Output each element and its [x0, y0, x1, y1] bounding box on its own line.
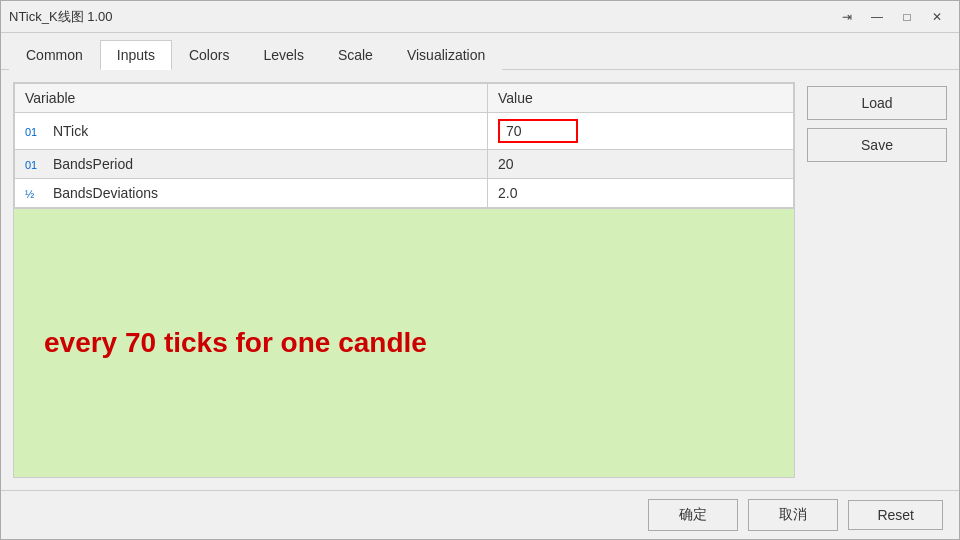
value-cell-ntick[interactable]: 70 [487, 113, 793, 150]
preview-text: every 70 ticks for one candle [44, 327, 427, 359]
row-index: 01 [25, 126, 49, 138]
content-area: Variable Value 01 NTick 70 [1, 70, 959, 490]
main-window: NTick_K线图 1.00 ⇥ — □ ✕ Common Inputs Col… [0, 0, 960, 540]
close-button[interactable]: ✕ [923, 6, 951, 28]
tab-colors[interactable]: Colors [172, 40, 246, 70]
tab-inputs[interactable]: Inputs [100, 40, 172, 70]
value-bandsperiod: 20 [498, 156, 514, 172]
main-panel: Variable Value 01 NTick 70 [13, 82, 795, 478]
tab-visualization[interactable]: Visualization [390, 40, 502, 70]
confirm-button[interactable]: 确定 [648, 499, 738, 531]
value-bandsdeviations: 2.0 [498, 185, 517, 201]
bottom-bar: 确定 取消 Reset [1, 490, 959, 539]
title-bar: NTick_K线图 1.00 ⇥ — □ ✕ [1, 1, 959, 33]
save-button[interactable]: Save [807, 128, 947, 162]
variable-name: BandsPeriod [53, 156, 133, 172]
minimize-button[interactable]: — [863, 6, 891, 28]
table-row: ½ BandsDeviations 2.0 [15, 179, 794, 208]
load-button[interactable]: Load [807, 86, 947, 120]
value-cell-bandsdeviations[interactable]: 2.0 [487, 179, 793, 208]
row-index: 01 [25, 159, 49, 171]
variable-name: BandsDeviations [53, 185, 158, 201]
title-bar-buttons: ⇥ — □ ✕ [833, 6, 951, 28]
window-title: NTick_K线图 1.00 [9, 8, 113, 26]
column-header-value: Value [487, 84, 793, 113]
tab-scale[interactable]: Scale [321, 40, 390, 70]
inputs-table-wrapper: Variable Value 01 NTick 70 [14, 83, 794, 208]
cancel-button[interactable]: 取消 [748, 499, 838, 531]
title-bar-left: NTick_K线图 1.00 [9, 8, 113, 26]
tab-bar: Common Inputs Colors Levels Scale Visual… [1, 33, 959, 70]
value-input-ntick[interactable]: 70 [498, 119, 578, 143]
variable-cell: 01 NTick [15, 113, 488, 150]
value-cell-bandsperiod[interactable]: 20 [487, 150, 793, 179]
table-row: 01 NTick 70 [15, 113, 794, 150]
row-index-frac: ½ [25, 188, 49, 200]
preview-area: every 70 ticks for one candle [14, 208, 794, 477]
reset-button[interactable]: Reset [848, 500, 943, 530]
maximize-button[interactable]: □ [893, 6, 921, 28]
side-panel: Load Save [807, 82, 947, 478]
transfer-button[interactable]: ⇥ [833, 6, 861, 28]
inputs-table: Variable Value 01 NTick 70 [14, 83, 794, 208]
tab-levels[interactable]: Levels [246, 40, 320, 70]
variable-cell: 01 BandsPeriod [15, 150, 488, 179]
variable-cell: ½ BandsDeviations [15, 179, 488, 208]
tab-common[interactable]: Common [9, 40, 100, 70]
variable-name: NTick [53, 123, 88, 139]
column-header-variable: Variable [15, 84, 488, 113]
table-row: 01 BandsPeriod 20 [15, 150, 794, 179]
